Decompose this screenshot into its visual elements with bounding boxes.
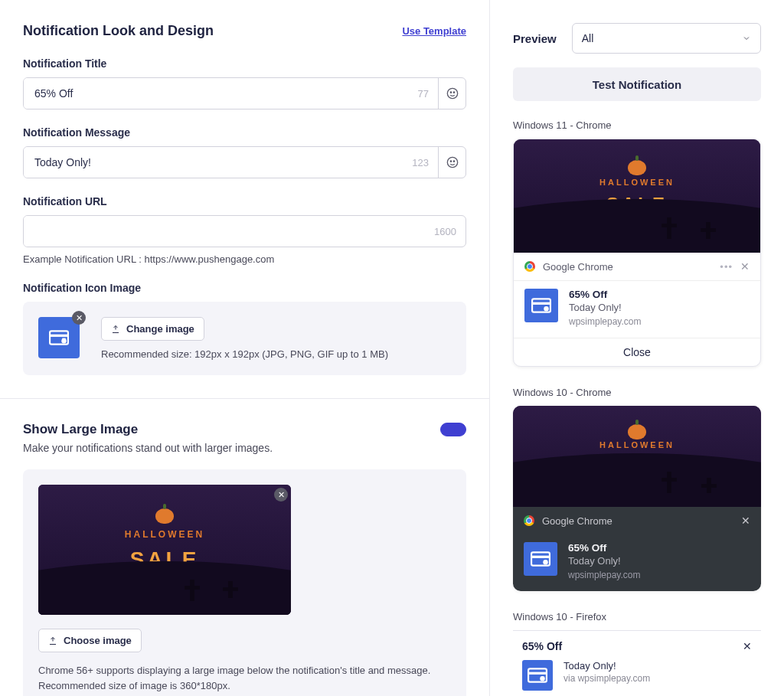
icon-image-thumbnail xyxy=(38,317,80,358)
preview-caption: Windows 11 - Chrome xyxy=(513,119,761,131)
large-image-desc: Make your notifications stand out with l… xyxy=(23,442,466,454)
svg-point-12 xyxy=(544,306,549,312)
preview-win10-firefox: 65% Off ✕ Today Only! via wpsimplepay.co… xyxy=(513,630,761,696)
chevron-down-icon xyxy=(742,34,751,43)
remove-large-image-button[interactable]: ✕ xyxy=(274,488,288,502)
change-image-button[interactable]: Change image xyxy=(101,317,204,341)
svg-point-18 xyxy=(540,676,545,681)
close-icon[interactable]: ✕ xyxy=(743,640,752,652)
message-input[interactable] xyxy=(24,147,403,178)
section-title: Notification Look and Design xyxy=(23,23,214,39)
preview-win11-chrome: HALLOWEEN SALE Google Chrome ••• ✕ 65% O… xyxy=(513,139,761,367)
notif-icon-image xyxy=(524,542,557,576)
large-image-title: Show Large Image xyxy=(23,422,138,437)
svg-point-1 xyxy=(450,92,451,93)
message-counter: 123 xyxy=(403,147,438,178)
close-icon[interactable]: ✕ xyxy=(740,260,750,273)
icon-recommended-text: Recommended size: 192px x 192px (JPG, PN… xyxy=(101,348,451,360)
preview-filter-select[interactable]: All xyxy=(572,23,761,54)
chrome-icon xyxy=(524,515,534,526)
use-template-link[interactable]: Use Template xyxy=(402,25,466,37)
preview-caption: Windows 10 - Firefox xyxy=(513,611,761,622)
notif-title: 65% Off xyxy=(568,542,640,554)
url-input[interactable] xyxy=(24,216,425,247)
choose-image-button[interactable]: Choose image xyxy=(38,629,142,652)
title-label: Notification Title xyxy=(23,57,466,70)
url-label: Notification URL xyxy=(23,195,466,207)
remove-icon-button[interactable]: ✕ xyxy=(72,311,86,325)
large-image-support-text: Chrome 56+ supports displaying a large i… xyxy=(38,663,451,693)
notif-domain: wpsimplepay.com xyxy=(569,316,641,327)
message-label: Notification Message xyxy=(23,126,466,139)
svg-point-0 xyxy=(447,88,457,98)
notif-message: Today Only! xyxy=(568,555,640,567)
close-icon[interactable]: ✕ xyxy=(741,515,750,527)
url-hint: Example Notification URL : https://www.p… xyxy=(23,253,466,265)
card-lock-icon xyxy=(49,330,69,345)
preview-label: Preview xyxy=(513,32,557,45)
svg-rect-7 xyxy=(50,335,68,337)
notif-app-name: Google Chrome xyxy=(542,515,612,527)
svg-rect-11 xyxy=(532,302,550,305)
svg-rect-17 xyxy=(528,672,547,675)
right-panel: Preview All Test Notification Windows 11… xyxy=(490,0,784,696)
notif-message: Today Only! xyxy=(564,660,650,671)
url-counter: 1600 xyxy=(425,216,466,247)
icon-image-label: Notification Icon Image xyxy=(23,282,466,294)
large-image-toggle[interactable] xyxy=(440,423,466,436)
title-counter: 77 xyxy=(409,78,438,109)
notif-icon-image xyxy=(524,289,558,322)
chrome-icon xyxy=(524,261,535,272)
svg-point-15 xyxy=(543,560,548,565)
notif-app-name: Google Chrome xyxy=(543,261,613,273)
preview-win10-chrome: HALLOWEEN SALE Google Chrome ✕ xyxy=(513,406,761,591)
svg-point-3 xyxy=(447,157,457,167)
svg-point-4 xyxy=(450,161,451,162)
notif-title: 65% Off xyxy=(569,289,641,300)
test-notification-button[interactable]: Test Notification xyxy=(513,67,761,101)
emoji-icon[interactable] xyxy=(438,147,466,178)
more-icon[interactable]: ••• xyxy=(720,261,733,273)
notif-icon-image xyxy=(522,660,553,691)
svg-point-5 xyxy=(453,161,454,162)
upload-icon xyxy=(48,636,57,645)
notif-close-button[interactable]: Close xyxy=(514,338,760,366)
svg-rect-14 xyxy=(531,556,550,558)
notif-domain: wpsimplepay.com xyxy=(568,570,640,580)
notif-title: 65% Off xyxy=(522,640,562,652)
left-panel: Notification Look and Design Use Templat… xyxy=(0,0,490,696)
preview-caption: Windows 10 - Chrome xyxy=(513,387,761,398)
svg-point-2 xyxy=(453,92,454,93)
large-image-thumbnail: HALLOWEEN SALE ✕ xyxy=(38,485,291,615)
upload-icon xyxy=(111,325,120,334)
notif-via: via wpsimplepay.com xyxy=(564,673,650,684)
title-input[interactable] xyxy=(24,78,409,109)
large-image-section: Show Large Image Make your notifications… xyxy=(0,399,489,696)
notif-message: Today Only! xyxy=(569,302,641,313)
emoji-icon[interactable] xyxy=(438,78,466,109)
look-and-design-section: Notification Look and Design Use Templat… xyxy=(0,0,489,399)
